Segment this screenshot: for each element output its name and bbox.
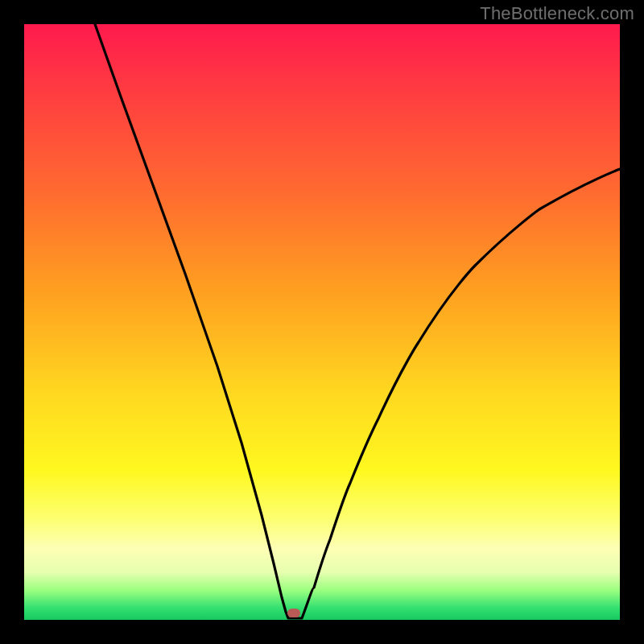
min-point-marker <box>287 609 300 617</box>
chart-plot-area <box>24 24 620 620</box>
curve-path <box>95 24 620 618</box>
bottleneck-curve <box>24 24 620 620</box>
watermark-text: TheBottleneck.com <box>480 3 634 24</box>
